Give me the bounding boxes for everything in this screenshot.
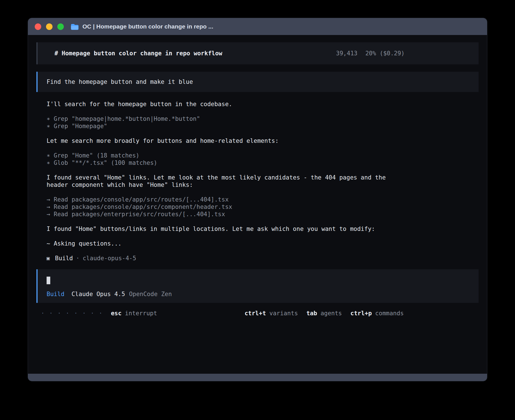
- hint-commands: ctrl+p commands: [350, 310, 404, 317]
- prompt-input[interactable]: Build Claude Opus 4.5 OpenCode Zen: [36, 269, 479, 303]
- interrupt-label: interrupt: [125, 310, 157, 317]
- hint-variants: ctrl+t variants: [245, 310, 298, 317]
- hint-agents: tab agents: [306, 310, 342, 317]
- zoom-button[interactable]: [57, 23, 64, 30]
- agent-indicator: ▣ Build · claude-opus-4-5: [47, 255, 479, 262]
- status-message: ~ Asking questions...: [47, 240, 479, 247]
- agent-separator: ·: [76, 255, 80, 262]
- tool-call-grep: ∗ Grep "Home" (18 matches): [47, 152, 479, 159]
- ctrl-t-key: ctrl+t: [245, 310, 266, 317]
- hint-interrupt: esc interrupt: [111, 310, 157, 317]
- agent-name: Build: [55, 255, 73, 262]
- assistant-message: I'll search for the homepage button in t…: [47, 100, 479, 108]
- variants-label: variants: [269, 310, 298, 317]
- agent-badge: Build: [47, 290, 64, 298]
- minimize-button[interactable]: [46, 23, 53, 30]
- window-title: OC | Homepage button color change in rep…: [82, 23, 213, 30]
- status-bar: · · · · · · · · esc interrupt ctrl+t var…: [41, 310, 404, 317]
- agent-icon: ▣: [47, 255, 50, 262]
- spinner-dots: · · · · · · · ·: [41, 310, 103, 317]
- terminal-content: # Homepage button color change in repo w…: [28, 35, 487, 317]
- session-header: # Homepage button color change in repo w…: [36, 42, 479, 64]
- window-titlebar[interactable]: OC | Homepage button color change in rep…: [28, 18, 487, 35]
- commands-label: commands: [375, 310, 404, 317]
- tool-call-read: → Read packages/console/app/src/componen…: [47, 203, 479, 211]
- provider-name: OpenCode Zen: [129, 290, 172, 298]
- window-title-group: OC | Homepage button color change in rep…: [71, 23, 213, 30]
- input-meta: Build Claude Opus 4.5 OpenCode Zen: [47, 290, 479, 298]
- window-footer: [28, 374, 487, 381]
- session-title: # Homepage button color change in repo w…: [54, 50, 222, 57]
- folder-icon: [71, 23, 79, 30]
- agent-model: claude-opus-4-5: [83, 255, 136, 262]
- token-count: 39,413: [336, 50, 357, 57]
- assistant-message: I found several "Home" links. Let me loo…: [47, 174, 479, 189]
- tool-call-read: → Read packages/enterprise/src/routes/[.…: [47, 211, 479, 218]
- text-cursor: [47, 277, 50, 284]
- esc-key: esc: [111, 310, 122, 317]
- agents-label: agents: [320, 310, 342, 317]
- session-stats: 39,413 20% ($0.29): [336, 50, 405, 57]
- tab-key: tab: [306, 310, 317, 317]
- ctrl-p-key: ctrl+p: [350, 310, 372, 317]
- terminal-window: OC | Homepage button color change in rep…: [28, 18, 487, 381]
- tool-call-read: → Read packages/console/app/src/routes/[…: [47, 196, 479, 203]
- assistant-message: I found "Home" buttons/links in multiple…: [47, 225, 479, 233]
- model-name: Claude Opus 4.5: [71, 290, 125, 298]
- tool-call-grep: ∗ Grep "Homepage": [47, 123, 479, 130]
- assistant-message: Let me search more broadly for buttons a…: [47, 137, 479, 145]
- traffic-lights: [35, 23, 64, 30]
- context-usage: 20% ($0.29): [365, 50, 405, 57]
- tool-call-grep: ∗ Grep "homepage|home.*button|Home.*butt…: [47, 115, 479, 123]
- user-message: Find the homepage button and make it blu…: [36, 72, 479, 92]
- conversation: I'll search for the homepage button in t…: [36, 100, 479, 262]
- close-button[interactable]: [35, 23, 41, 30]
- user-message-text: Find the homepage button and make it blu…: [47, 78, 193, 86]
- tool-call-glob: ∗ Glob "**/*.tsx" (100 matches): [47, 159, 479, 167]
